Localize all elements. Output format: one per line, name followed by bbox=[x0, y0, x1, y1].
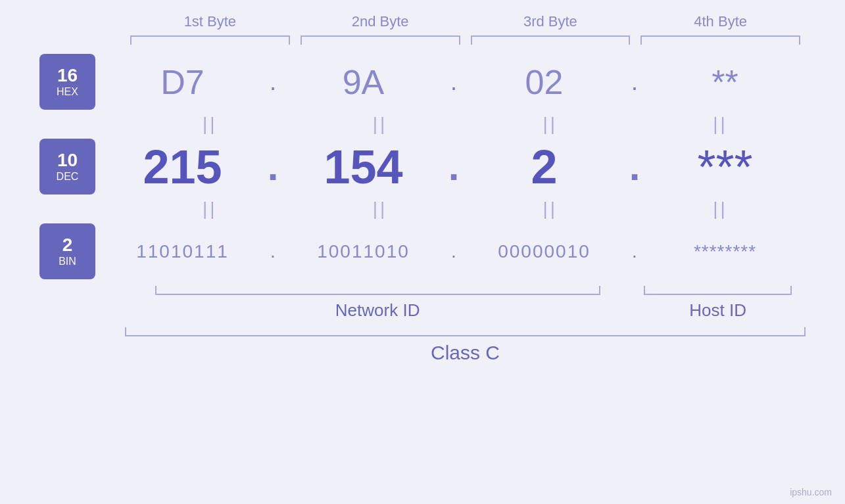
dot-bin-1: . bbox=[263, 241, 283, 262]
header-byte3: 3rd Byte bbox=[466, 13, 636, 30]
hex-badge-label: HEX bbox=[57, 86, 78, 98]
dot-dec-3: . bbox=[625, 144, 644, 189]
class-c-bracket bbox=[125, 327, 806, 336]
host-id-section: Host ID bbox=[630, 286, 806, 321]
dec-badge-number: 10 bbox=[57, 150, 78, 171]
eq-1-b1: || bbox=[125, 114, 295, 135]
hex-badge: 16 HEX bbox=[39, 54, 95, 110]
dot-bin-3: . bbox=[625, 241, 644, 262]
bin-badge-label: BIN bbox=[59, 256, 76, 267]
network-id-label: Network ID bbox=[335, 300, 420, 321]
dec-b3: 2 bbox=[464, 140, 625, 194]
dot-hex-2: . bbox=[444, 68, 464, 96]
equals-row-2: || || || || bbox=[39, 198, 806, 219]
header-byte2: 2nd Byte bbox=[295, 13, 466, 30]
bin-badge-number: 2 bbox=[62, 235, 73, 256]
dec-b4: *** bbox=[644, 140, 806, 194]
top-brackets bbox=[39, 35, 806, 45]
equals-row-1: || || || || bbox=[39, 114, 806, 135]
host-id-bracket bbox=[644, 286, 792, 295]
dot-hex-3: . bbox=[625, 68, 644, 96]
network-id-bracket bbox=[155, 286, 600, 295]
eq-1-b2: || bbox=[295, 114, 466, 135]
watermark: ipshu.com bbox=[790, 487, 832, 497]
hex-b4: ** bbox=[644, 62, 806, 102]
dec-b1: 215 bbox=[102, 140, 263, 194]
hex-values: D7 . 9A . 02 . ** bbox=[95, 62, 806, 102]
bottom-brackets: Network ID Host ID bbox=[39, 286, 806, 321]
dec-values: 215 . 154 . 2 . *** bbox=[95, 140, 806, 194]
hex-b1: D7 bbox=[102, 62, 263, 102]
class-c-label: Class C bbox=[431, 342, 500, 364]
network-id-section: Network ID bbox=[125, 286, 630, 321]
header-byte4: 4th Byte bbox=[635, 13, 806, 30]
bin-b4: ******** bbox=[644, 241, 806, 262]
bin-values: 11010111 . 10011010 . 00000010 . *******… bbox=[95, 241, 806, 262]
bin-b3: 00000010 bbox=[464, 241, 625, 262]
dec-badge: 10 DEC bbox=[39, 139, 95, 195]
bin-b2: 10011010 bbox=[283, 241, 444, 262]
hex-badge-number: 16 bbox=[57, 66, 78, 86]
bracket-byte2 bbox=[301, 35, 460, 45]
eq-1-b4: || bbox=[635, 114, 806, 135]
dot-bin-2: . bbox=[444, 241, 464, 262]
hex-row: 16 HEX D7 . 9A . 02 . ** bbox=[39, 54, 806, 110]
dec-badge-label: DEC bbox=[57, 171, 79, 183]
bin-badge: 2 BIN bbox=[39, 223, 95, 279]
byte-headers: 1st Byte 2nd Byte 3rd Byte 4th Byte bbox=[39, 13, 806, 30]
eq-2-b2: || bbox=[295, 198, 466, 219]
host-id-label: Host ID bbox=[689, 300, 746, 321]
dec-row: 10 DEC 215 . 154 . 2 . *** bbox=[39, 139, 806, 195]
header-byte1: 1st Byte bbox=[125, 13, 295, 30]
dot-hex-1: . bbox=[263, 68, 283, 96]
dec-b2: 154 bbox=[283, 140, 444, 194]
bracket-byte1 bbox=[130, 35, 290, 45]
dot-dec-1: . bbox=[263, 144, 283, 189]
eq-1-b3: || bbox=[466, 114, 636, 135]
bracket-byte4 bbox=[640, 35, 800, 45]
dot-dec-2: . bbox=[444, 144, 464, 189]
eq-2-b1: || bbox=[125, 198, 295, 219]
eq-2-b4: || bbox=[635, 198, 806, 219]
bin-b1: 11010111 bbox=[102, 241, 263, 262]
class-c-section: Class C bbox=[39, 327, 806, 364]
hex-b2: 9A bbox=[283, 62, 444, 102]
bracket-byte3 bbox=[471, 35, 631, 45]
hex-b3: 02 bbox=[464, 62, 625, 102]
main-container: 1st Byte 2nd Byte 3rd Byte 4th Byte 16 H… bbox=[0, 0, 845, 504]
eq-2-b3: || bbox=[466, 198, 636, 219]
bin-row: 2 BIN 11010111 . 10011010 . 00000010 . *… bbox=[39, 223, 806, 279]
